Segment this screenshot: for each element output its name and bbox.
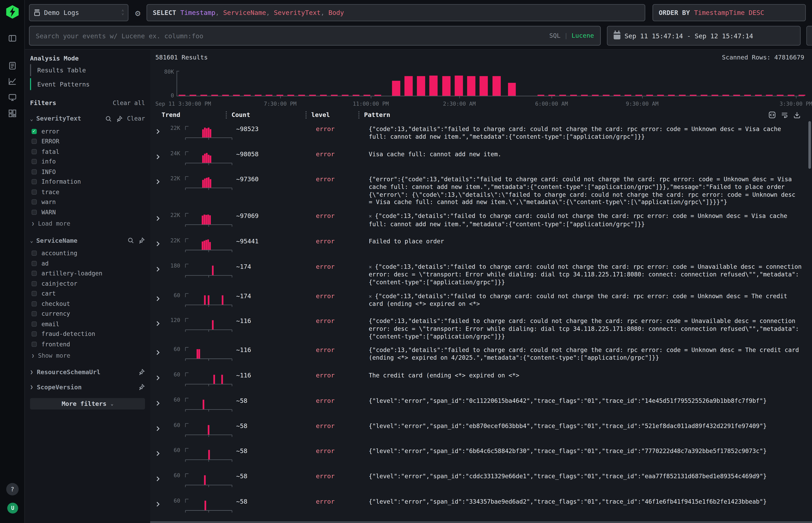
checkbox[interactable] (32, 301, 37, 306)
collapsed-group-scopeversion[interactable]: ❯ScopeVersion (30, 383, 145, 391)
filter-option-fraud-detection[interactable]: fraud-detection (30, 329, 145, 339)
row-expand-chevron[interactable] (155, 474, 163, 484)
chart-icon[interactable] (7, 76, 18, 86)
more-filters-button[interactable]: More filters⌄ (30, 398, 145, 409)
time-range-picker[interactable]: Sep 11 15:47:14 - Sep 12 15:47:14 (607, 26, 800, 46)
checkbox[interactable] (32, 159, 37, 164)
table-row[interactable]: 60~116error{"code":13,"details":"failed … (150, 342, 812, 367)
checkbox[interactable] (32, 291, 37, 296)
checkbox[interactable] (32, 281, 37, 286)
clear-filter-button[interactable]: Clear (127, 115, 145, 122)
table-row[interactable]: 60~116errorThe credit card (ending <*> e… (150, 367, 812, 393)
row-expand-chevron[interactable] (155, 373, 163, 383)
filter-option-INFO[interactable]: INFO (30, 167, 145, 177)
pin-icon[interactable] (138, 237, 145, 244)
table-row[interactable]: 22K~98523error{"code":13,"details":"fail… (150, 121, 812, 146)
chevron-down-icon[interactable]: ⌄ (30, 238, 33, 244)
lucene-toggle[interactable]: Lucene (571, 32, 594, 39)
exclude-icon[interactable]: × (369, 264, 372, 269)
row-expand-chevron[interactable] (155, 126, 163, 136)
row-expand-chevron[interactable] (155, 213, 163, 223)
sql-toggle[interactable]: SQL (549, 32, 561, 39)
table-row[interactable]: 60~58error{"level":"error","span_id":"eb… (150, 418, 812, 443)
filter-option-ad[interactable]: ad (30, 258, 145, 268)
search-icon[interactable] (127, 237, 134, 244)
checkbox[interactable] (32, 169, 37, 175)
checkbox[interactable] (32, 342, 37, 347)
table-row[interactable]: 120~116error{"code":13,"details":"failed… (150, 313, 812, 342)
row-expand-chevron[interactable] (155, 238, 163, 248)
row-expand-chevron[interactable] (155, 151, 163, 162)
table-row[interactable]: 60~58error{"level":"error","span_id":"cd… (150, 468, 812, 493)
filter-option-Information[interactable]: Information (30, 177, 145, 187)
filter-option-cainjector[interactable]: cainjector (30, 278, 145, 289)
row-expand-chevron[interactable] (155, 177, 163, 187)
exclude-icon[interactable]: × (369, 293, 372, 299)
checkbox[interactable] (32, 189, 37, 195)
filter-option-error[interactable]: error (30, 126, 145, 136)
row-expand-chevron[interactable] (155, 293, 163, 303)
clear-all-button[interactable]: Clear all (113, 100, 145, 107)
row-expand-chevron[interactable] (155, 319, 163, 328)
row-expand-chevron[interactable] (155, 348, 163, 358)
table-row[interactable]: 22K~97360error{"error":{"code":13,"detai… (150, 172, 812, 208)
filter-option-cart[interactable]: cart (30, 289, 145, 299)
filter-option-ERROR[interactable]: ERROR (30, 137, 145, 147)
vertical-scrollbar[interactable] (808, 121, 811, 169)
help-button[interactable]: ? (6, 483, 19, 495)
checkbox[interactable] (32, 261, 37, 266)
checkbox[interactable] (32, 321, 37, 327)
horizontal-scrollbar[interactable] (150, 521, 812, 523)
checkbox[interactable] (32, 311, 37, 317)
pin-icon[interactable] (138, 384, 145, 390)
checkbox-checked[interactable] (32, 129, 37, 134)
analysis-mode-results-table[interactable]: Results Table (30, 64, 145, 76)
analysis-mode-event-patterns[interactable]: Event Patterns (30, 78, 145, 90)
filter-option-checkout[interactable]: checkout (30, 299, 145, 309)
search-input[interactable] (36, 32, 549, 40)
orderby-input[interactable]: ORDER BY TimestampTime DESC (652, 4, 806, 21)
filter-option-currency[interactable]: currency (30, 309, 145, 319)
load-more-button[interactable]: ❯Show more (30, 350, 145, 360)
checkbox[interactable] (32, 210, 37, 215)
collapsed-group-resourceschemaurl[interactable]: ❯ResourceSchemaUrl (30, 368, 145, 376)
search-logs-icon[interactable] (7, 60, 18, 71)
row-expand-chevron[interactable] (155, 264, 163, 274)
app-logo-icon[interactable] (5, 5, 20, 19)
checkbox[interactable] (32, 149, 37, 154)
download-icon[interactable] (793, 111, 801, 119)
table-row[interactable]: 180~174error×{"code":13,"details":"faile… (150, 259, 812, 288)
table-row[interactable]: 24K~98058errorVisa cache full: cannot ad… (150, 146, 812, 172)
checkbox[interactable] (32, 199, 37, 205)
dashboard-grid-icon[interactable] (7, 108, 18, 119)
checkbox[interactable] (32, 331, 37, 337)
column-resize-handle[interactable] (305, 111, 306, 119)
filter-option-artillery-loadgen[interactable]: artillery-loadgen (30, 268, 145, 278)
row-expand-chevron[interactable] (155, 398, 163, 408)
checkbox[interactable] (32, 271, 37, 276)
sidebar-panel-icon[interactable] (7, 33, 18, 43)
exclude-icon[interactable]: × (369, 213, 372, 219)
user-avatar[interactable]: U (7, 503, 18, 513)
monitor-icon[interactable] (7, 92, 18, 103)
column-resize-handle[interactable] (358, 111, 359, 119)
filter-option-warn[interactable]: warn (30, 197, 145, 207)
column-resize-handle[interactable] (226, 111, 227, 119)
row-expand-chevron[interactable] (155, 448, 163, 458)
filter-option-WARN[interactable]: WARN (30, 207, 145, 217)
filter-option-fatal[interactable]: fatal (30, 147, 145, 157)
table-row[interactable]: 60~174error×{"code":13,"details":"failed… (150, 288, 812, 313)
filter-option-email[interactable]: email (30, 319, 145, 329)
select-query-input[interactable]: SELECT Timestamp, ServiceName, SeverityT… (147, 4, 646, 21)
view-source-icon[interactable] (769, 111, 776, 119)
table-row[interactable]: 60~58error{"level":"error","span_id":"6b… (150, 443, 812, 468)
table-row[interactable]: 60~58error{"level":"error","span_id":"0c… (150, 393, 812, 418)
filter-option-trace[interactable]: trace (30, 187, 145, 197)
load-more-button[interactable]: ❯Load more (30, 218, 145, 229)
search-icon[interactable] (105, 115, 112, 122)
filter-option-frontend[interactable]: frontend (30, 339, 145, 349)
table-row[interactable]: 22K~97069error×{"code":13,"details":"fai… (150, 208, 812, 233)
checkbox[interactable] (32, 139, 37, 144)
table-row[interactable]: 22K~95441errorFailed to place order (150, 233, 812, 259)
run-query-button[interactable]: ▷ (806, 26, 812, 46)
